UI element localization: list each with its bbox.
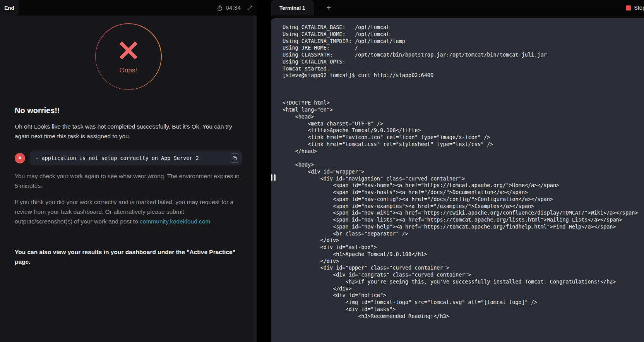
task-result-panel: End 04:34	[0, 0, 257, 342]
copy-icon	[232, 156, 237, 161]
error-badge: ✕	[15, 153, 25, 163]
error-row: ✕ - application is not setup correctly o…	[15, 151, 242, 165]
terminal-output[interactable]: Using CATALINA_BASE: /opt/tomcat Using C…	[271, 18, 644, 342]
topbar-right: 04:34	[217, 4, 257, 11]
copy-button[interactable]	[230, 153, 239, 163]
left-topbar: End 04:34	[0, 0, 257, 15]
result-heading: No worries!!	[15, 106, 242, 115]
community-link[interactable]: community.kodekloud.com	[140, 218, 210, 225]
end-tab-label: End	[4, 5, 14, 11]
result-paragraph-4: You can also view your results in your d…	[15, 247, 242, 266]
error-message-box: - application is not setup correctly on …	[30, 151, 242, 165]
terminal-text: Using CATALINA_BASE: /opt/tomcat Using C…	[271, 18, 644, 320]
result-paragraph-3: If you think you did your work correctly…	[15, 197, 242, 226]
tab-separator	[320, 4, 320, 12]
terminal-topbar: Terminal 1 + Stop	[271, 0, 644, 15]
tab-end[interactable]: End	[0, 0, 19, 15]
result-paragraph-2: You may check your work again to see wha…	[15, 171, 242, 191]
tab-terminal-1[interactable]: Terminal 1	[271, 0, 314, 15]
stop-icon	[626, 5, 631, 10]
expand-icon	[247, 5, 253, 11]
result-paragraph-1: Uh oh! Looks like the task was not compl…	[15, 122, 242, 141]
stop-button[interactable]: Stop	[626, 0, 644, 15]
error-message: - application is not setup correctly on …	[35, 155, 199, 161]
stop-label: Stop	[634, 5, 644, 11]
error-x-icon: ✕	[18, 155, 22, 161]
oops-label: Oops!	[120, 67, 137, 74]
app-root: End 04:34	[0, 0, 644, 342]
timer-value: 04:34	[226, 4, 241, 11]
panel-divider[interactable]	[257, 0, 271, 342]
terminal-tab-label: Terminal 1	[279, 5, 305, 11]
expand-button[interactable]	[247, 5, 253, 11]
oops-circle: Oops!	[95, 23, 162, 90]
new-tab-button[interactable]: +	[327, 4, 331, 12]
terminal-panel: Terminal 1 + Stop Using CATALINA_BASE: /…	[271, 0, 644, 342]
timer: 04:34	[217, 4, 241, 11]
resize-handle-icon[interactable]	[271, 174, 276, 181]
failure-x-icon	[117, 39, 140, 62]
result-content: Oops! No worries!! Uh oh! Looks like the…	[0, 15, 257, 342]
stopwatch-icon	[217, 5, 223, 11]
